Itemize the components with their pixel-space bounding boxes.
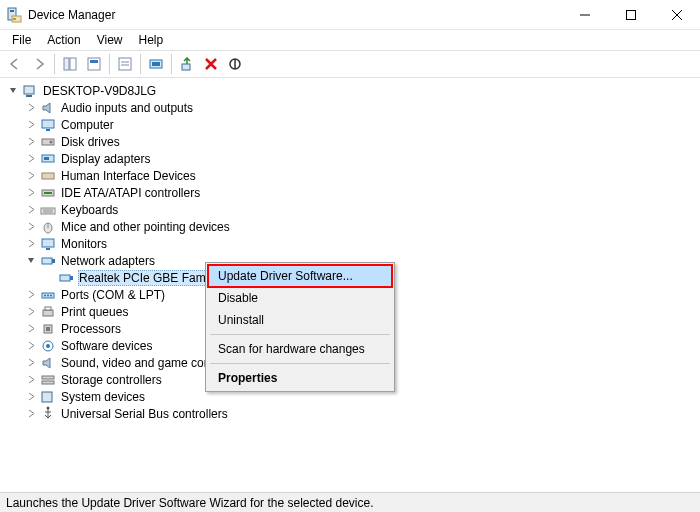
svg-rect-26 [44,157,49,160]
menu-view[interactable]: View [89,31,131,49]
chevron-right-icon[interactable] [24,407,38,421]
tree-item-hid[interactable]: Human Interface Devices [2,167,698,184]
speaker-icon [40,100,56,116]
chevron-right-icon[interactable] [24,390,38,404]
disable-button[interactable] [224,53,246,75]
menu-help[interactable]: Help [131,31,172,49]
svg-rect-35 [42,239,54,247]
update-driver-button[interactable] [176,53,198,75]
svg-point-42 [44,294,46,296]
chevron-right-icon[interactable] [24,339,38,353]
monitor-icon [40,236,56,252]
close-button[interactable] [654,0,700,30]
svg-rect-48 [46,327,50,331]
tree-item-audio[interactable]: Audio inputs and outputs [2,99,698,116]
chevron-right-icon[interactable] [24,101,38,115]
tree-item-label: Display adapters [60,152,151,166]
tree-item-usb[interactable]: Universal Serial Bus controllers [2,405,698,422]
svg-rect-37 [42,258,52,264]
svg-rect-27 [42,173,54,179]
chevron-right-icon[interactable] [24,152,38,166]
tree-item-label: System devices [60,390,146,404]
svg-rect-52 [42,381,54,384]
svg-point-43 [47,294,49,296]
chevron-down-icon[interactable] [6,84,20,98]
tree-item-keyboards[interactable]: Keyboards [2,201,698,218]
svg-rect-3 [13,18,16,20]
menu-bar: File Action View Help [0,30,700,50]
chevron-right-icon[interactable] [24,356,38,370]
menu-item-properties[interactable]: Properties [208,367,392,389]
back-button[interactable] [4,53,26,75]
context-menu: Update Driver Software... Disable Uninst… [205,262,395,392]
svg-rect-5 [627,11,636,20]
uninstall-button[interactable] [200,53,222,75]
svg-point-50 [46,344,50,348]
chevron-right-icon[interactable] [24,305,38,319]
tree-item-computer[interactable]: Computer [2,116,698,133]
toolbar-separator [171,54,172,74]
menu-item-disable[interactable]: Disable [208,287,392,309]
properties-button[interactable] [114,53,136,75]
tree-item-mice[interactable]: Mice and other pointing devices [2,218,698,235]
storage-icon [40,372,56,388]
svg-rect-1 [10,10,14,12]
chevron-right-icon[interactable] [24,118,38,132]
help-button[interactable] [83,53,105,75]
usb-icon [40,406,56,422]
disk-icon [40,134,56,150]
svg-rect-53 [42,392,52,402]
show-hide-tree-button[interactable] [59,53,81,75]
svg-rect-12 [119,58,131,70]
chevron-right-icon[interactable] [24,288,38,302]
tree-root-label: DESKTOP-V9D8JLG [42,84,157,98]
minimize-button[interactable] [562,0,608,30]
no-expander [42,271,56,285]
svg-line-6 [672,10,682,20]
hid-icon [40,168,56,184]
forward-button[interactable] [28,53,50,75]
window-title: Device Manager [28,8,562,22]
svg-rect-11 [90,60,98,63]
sound-icon [40,355,56,371]
scan-hardware-button[interactable] [145,53,167,75]
tree-item-label: Disk drives [60,135,121,149]
system-device-icon [40,389,56,405]
tree-item-label: Software devices [60,339,153,353]
maximize-button[interactable] [608,0,654,30]
tree-item-monitors[interactable]: Monitors [2,235,698,252]
chevron-right-icon[interactable] [24,373,38,387]
ide-icon [40,185,56,201]
tree-root[interactable]: DESKTOP-V9D8JLG [2,82,698,99]
title-bar: Device Manager [0,0,700,30]
svg-rect-9 [70,58,76,70]
tree-item-ide[interactable]: IDE ATA/ATAPI controllers [2,184,698,201]
tree-item-label: IDE ATA/ATAPI controllers [60,186,201,200]
tree-item-display[interactable]: Display adapters [2,150,698,167]
chevron-right-icon[interactable] [24,322,38,336]
software-device-icon [40,338,56,354]
svg-rect-30 [41,208,55,214]
chevron-right-icon[interactable] [24,237,38,251]
svg-rect-16 [152,62,160,66]
menu-action[interactable]: Action [39,31,88,49]
tree-item-label: Monitors [60,237,108,251]
chevron-right-icon[interactable] [24,203,38,217]
chevron-right-icon[interactable] [24,169,38,183]
menu-file[interactable]: File [4,31,39,49]
tree-item-disk[interactable]: Disk drives [2,133,698,150]
toolbar-separator [140,54,141,74]
menu-item-update-driver[interactable]: Update Driver Software... [207,264,393,288]
chevron-right-icon[interactable] [24,135,38,149]
chevron-down-icon[interactable] [24,254,38,268]
menu-item-uninstall[interactable]: Uninstall [208,309,392,331]
svg-rect-8 [64,58,69,70]
chevron-right-icon[interactable] [24,186,38,200]
chevron-right-icon[interactable] [24,220,38,234]
tree-item-label: Storage controllers [60,373,163,387]
cpu-icon [40,321,56,337]
menu-item-scan[interactable]: Scan for hardware changes [208,338,392,360]
tree-item-label: Processors [60,322,122,336]
svg-rect-39 [60,275,70,281]
toolbar-separator [109,54,110,74]
